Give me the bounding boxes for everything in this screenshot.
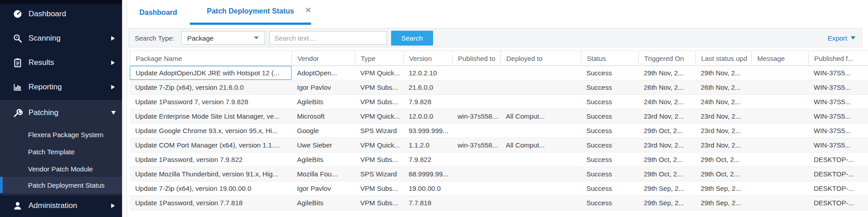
table-cell[interactable]: VPM Subs... bbox=[355, 95, 403, 109]
table-cell[interactable]: 23rd Nov, 2... bbox=[638, 138, 695, 152]
table-cell[interactable] bbox=[452, 80, 500, 94]
column-header-last-status-upd[interactable]: Last status upd bbox=[695, 51, 751, 65]
sidebar-item-results[interactable]: Results bbox=[0, 52, 122, 73]
table-cell[interactable]: 29th Oct, 2... bbox=[695, 167, 751, 181]
column-header-message[interactable]: Message bbox=[751, 51, 808, 65]
sidebar-item-patching[interactable]: Patching bbox=[0, 102, 122, 123]
table-cell[interactable]: 29th Oct, 2... bbox=[638, 152, 695, 166]
table-cell[interactable]: AgileBits bbox=[292, 152, 355, 166]
table-cell[interactable]: 19.00.00.0 bbox=[403, 181, 452, 195]
sidebar-subitem-vendor-patch-module[interactable]: Vendor Patch Module bbox=[0, 160, 122, 177]
table-cell[interactable]: 23rd Nov, 2... bbox=[695, 138, 751, 152]
table-cell[interactable]: Success bbox=[581, 95, 638, 109]
table-row[interactable]: Update Mozilla Thunderbird, version 91.x… bbox=[130, 167, 868, 181]
table-cell[interactable]: 29th Oct, 2... bbox=[638, 167, 695, 181]
table-cell[interactable]: Success bbox=[581, 109, 638, 123]
table-cell[interactable] bbox=[751, 152, 808, 166]
table-cell[interactable]: AgileBits bbox=[292, 95, 355, 109]
table-cell[interactable]: Update Google Chrome 93.x, version 95.x,… bbox=[130, 124, 292, 138]
table-cell[interactable]: DESKTOP-... bbox=[808, 196, 868, 210]
table-cell[interactable] bbox=[751, 124, 808, 138]
table-cell[interactable] bbox=[500, 80, 581, 94]
table-cell[interactable] bbox=[500, 66, 581, 80]
table-cell[interactable]: 93.999.999... bbox=[403, 124, 452, 138]
table-cell[interactable]: VPM Quick... bbox=[355, 66, 403, 80]
table-cell[interactable]: 24th Nov, 2... bbox=[695, 95, 751, 109]
column-header-status[interactable]: Status bbox=[581, 51, 638, 65]
tab-patch-deployment-status[interactable]: Patch Deployment Status bbox=[190, 0, 311, 25]
table-row[interactable]: Update COM Port Manager (x64), version 1… bbox=[130, 138, 868, 152]
table-cell[interactable] bbox=[751, 196, 808, 210]
table-cell[interactable] bbox=[452, 181, 500, 195]
table-cell[interactable] bbox=[751, 109, 808, 123]
table-cell[interactable]: Success bbox=[581, 66, 638, 80]
table-cell[interactable]: SPS Wizard bbox=[355, 124, 403, 138]
table-cell[interactable]: 23rd Nov, 2... bbox=[695, 124, 751, 138]
table-cell[interactable] bbox=[751, 181, 808, 195]
table-cell[interactable]: Update 7-Zip (x64), version 21.6.0.0 bbox=[130, 80, 292, 94]
column-header-deployed-to[interactable]: Deployed to bbox=[500, 51, 581, 65]
table-cell[interactable] bbox=[751, 167, 808, 181]
table-cell[interactable]: 26th Nov, 2... bbox=[638, 80, 695, 94]
table-cell[interactable] bbox=[452, 196, 500, 210]
table-row[interactable]: Update AdoptOpenJDK JRE with Hotspot 12 … bbox=[130, 66, 868, 80]
table-cell[interactable]: WIN-37S5... bbox=[808, 124, 868, 138]
table-cell[interactable]: 7.7.818 bbox=[403, 196, 452, 210]
column-header-version[interactable]: Version bbox=[403, 51, 452, 65]
sidebar-item-scanning[interactable]: Scanning bbox=[0, 28, 122, 49]
column-header-type[interactable]: Type bbox=[355, 51, 403, 65]
table-cell[interactable] bbox=[500, 124, 581, 138]
table-cell[interactable]: Google bbox=[292, 124, 355, 138]
table-row[interactable]: Update 1Password, version 7.9.822AgileBi… bbox=[130, 152, 868, 167]
table-cell[interactable]: 23rd Nov, 2... bbox=[638, 109, 695, 123]
table-cell[interactable]: 29th Nov, 2... bbox=[695, 66, 751, 80]
table-cell[interactable]: DESKTOP-... bbox=[808, 152, 868, 166]
table-cell[interactable]: 21.6.0.0 bbox=[403, 80, 452, 94]
table-cell[interactable]: AgileBits bbox=[292, 196, 355, 210]
table-cell[interactable] bbox=[452, 152, 500, 166]
table-cell[interactable]: Uwe Sieber bbox=[292, 138, 355, 152]
table-cell[interactable]: All Comput... bbox=[500, 109, 581, 123]
table-cell[interactable]: SPS Wizard bbox=[355, 167, 403, 181]
table-cell[interactable]: Update COM Port Manager (x64), version 1… bbox=[130, 138, 292, 152]
sidebar-item-administration[interactable]: Administration bbox=[0, 195, 122, 216]
table-cell[interactable] bbox=[500, 181, 581, 195]
table-row[interactable]: Update 7-Zip (x64), version 19.00.00.0Ig… bbox=[130, 181, 868, 196]
table-cell[interactable] bbox=[751, 138, 808, 152]
table-cell[interactable] bbox=[452, 124, 500, 138]
export-dropdown[interactable]: Export bbox=[828, 34, 855, 42]
table-cell[interactable]: Update 1Password 7, version 7.9.828 bbox=[130, 95, 292, 109]
table-cell[interactable]: VPM Quick... bbox=[355, 109, 403, 123]
table-row[interactable]: Update Enterprise Mode Site List Manager… bbox=[130, 109, 868, 124]
table-cell[interactable]: WIN-37S5... bbox=[808, 95, 868, 109]
table-cell[interactable]: win-37s558... bbox=[452, 109, 500, 123]
table-cell[interactable]: Igor Pavlov bbox=[292, 181, 355, 195]
table-cell[interactable]: VPM Subs... bbox=[355, 196, 403, 210]
column-header-package-name[interactable]: Package Name bbox=[130, 51, 292, 65]
table-cell[interactable]: Update 1Password, version 7.7.818 bbox=[130, 196, 292, 210]
table-cell[interactable]: Microsoft bbox=[292, 109, 355, 123]
close-icon[interactable]: × bbox=[303, 5, 314, 15]
table-cell[interactable] bbox=[452, 66, 500, 80]
table-cell[interactable]: Success bbox=[581, 181, 638, 195]
column-header-published-to[interactable]: Published to bbox=[452, 51, 500, 65]
table-cell[interactable]: VPM Subs... bbox=[355, 152, 403, 166]
table-cell[interactable]: Update 7-Zip (x64), version 19.00.00.0 bbox=[130, 181, 292, 195]
table-cell[interactable]: 29th Sep, 2... bbox=[638, 196, 695, 210]
table-cell[interactable]: 29th Sep, 2... bbox=[638, 181, 695, 195]
table-cell[interactable]: VPM Quick... bbox=[355, 138, 403, 152]
table-row[interactable]: Update 1Password 7, version 7.9.828Agile… bbox=[130, 95, 868, 109]
table-cell[interactable]: 12.0.2.10 bbox=[403, 66, 452, 80]
table-row[interactable]: Update 7-Zip (x64), version 21.6.0.0Igor… bbox=[130, 80, 868, 95]
table-cell[interactable]: 7.9.828 bbox=[403, 95, 452, 109]
table-cell[interactable]: WIN-37S5... bbox=[808, 138, 868, 152]
table-cell[interactable]: Success bbox=[581, 167, 638, 181]
table-row[interactable]: Update Google Chrome 93.x, version 95.x,… bbox=[130, 124, 868, 138]
table-cell[interactable]: Success bbox=[581, 152, 638, 166]
table-cell[interactable]: 24th Nov, 2... bbox=[638, 95, 695, 109]
table-cell[interactable]: 26th Nov, 2... bbox=[695, 80, 751, 94]
table-cell[interactable]: DESKTOP-... bbox=[808, 167, 868, 181]
table-cell[interactable]: Mozilla Fou... bbox=[292, 167, 355, 181]
table-cell[interactable] bbox=[452, 95, 500, 109]
sidebar-item-dashboard[interactable]: Dashboard bbox=[0, 4, 122, 24]
